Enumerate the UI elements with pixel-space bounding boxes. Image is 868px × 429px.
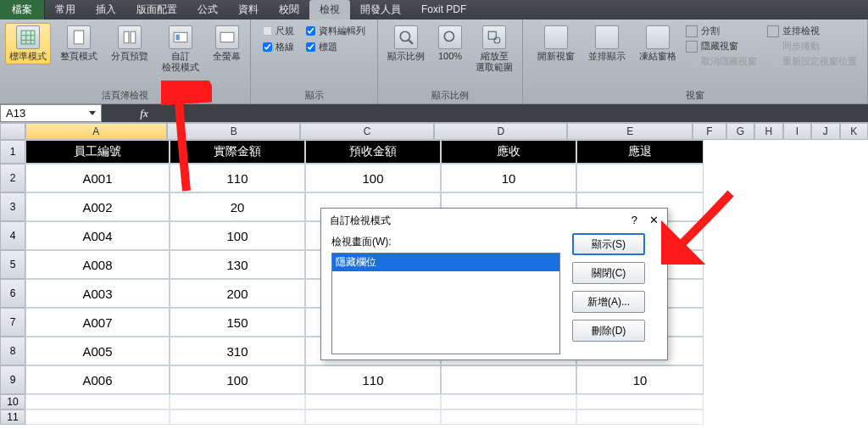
show-button[interactable]: 顯示(S) (572, 233, 645, 255)
cell[interactable]: 110 (305, 365, 441, 394)
zoom-selection-button[interactable]: 縮放至 選取範圍 (471, 23, 517, 75)
chevron-down-icon[interactable] (89, 111, 96, 115)
cell[interactable]: 200 (170, 279, 305, 308)
dialog-close-button[interactable]: ✕ (649, 214, 659, 228)
normal-view-button[interactable]: 標準模式 (5, 23, 51, 64)
formula-input[interactable] (186, 104, 868, 122)
col-header-D[interactable]: D (434, 123, 568, 140)
views-listbox[interactable]: 隱藏欄位 (331, 253, 560, 354)
custom-views-button[interactable]: 自訂 檢視模式 (158, 23, 203, 75)
cell[interactable]: 110 (170, 164, 305, 192)
cell[interactable]: 150 (170, 308, 305, 337)
col-header-J[interactable]: J (811, 123, 840, 140)
cell[interactable]: 100 (170, 221, 305, 250)
cell[interactable] (170, 394, 305, 410)
col-header-I[interactable]: I (783, 123, 812, 140)
cell[interactable]: 10 (576, 365, 704, 394)
arrange-all-button[interactable]: 並排顯示 (584, 23, 630, 64)
zoom-100-button[interactable]: 100% (434, 23, 466, 64)
col-header-F[interactable]: F (693, 123, 726, 140)
cell[interactable] (576, 164, 704, 192)
col-header-B[interactable]: B (167, 123, 301, 140)
row-header-11[interactable]: 11 (0, 410, 25, 425)
hide-window-button[interactable]: 隱藏視窗 (686, 40, 757, 53)
cell[interactable]: A007 (25, 308, 170, 337)
col-header-G[interactable]: G (726, 123, 755, 140)
tab-insert[interactable]: 插入 (86, 0, 126, 20)
cell[interactable]: 130 (170, 250, 305, 279)
cell[interactable]: A002 (25, 192, 170, 221)
name-box[interactable]: A13 (0, 104, 102, 122)
row-header-9[interactable]: 9 (0, 365, 25, 394)
page-break-button[interactable]: 分頁預覽 (107, 23, 153, 64)
cell[interactable] (441, 410, 576, 425)
unhide-window-button[interactable]: 取消隱藏視窗 (686, 55, 757, 68)
side-by-side-button[interactable]: 並排檢視 (767, 25, 857, 37)
gridlines-checkbox[interactable]: 格線 (263, 41, 294, 53)
headings-checkbox[interactable]: 標題 (306, 41, 337, 53)
col-header-A[interactable]: A (25, 123, 167, 140)
fullscreen-button[interactable]: 全螢幕 (209, 23, 245, 64)
cell[interactable] (576, 410, 704, 425)
tab-data[interactable]: 資料 (228, 0, 269, 20)
tab-pagelayout[interactable]: 版面配置 (126, 0, 187, 20)
zoom-button[interactable]: 顯示比例 (383, 23, 429, 64)
col-header-E[interactable]: E (567, 123, 693, 140)
tab-review[interactable]: 校閱 (269, 0, 309, 20)
row-header-5[interactable]: 5 (0, 250, 25, 279)
row-header-2[interactable]: 2 (0, 164, 25, 192)
cell[interactable]: A005 (25, 337, 170, 365)
col-header-H[interactable]: H (754, 123, 783, 140)
cell[interactable]: A008 (25, 250, 170, 279)
cell[interactable] (576, 394, 704, 410)
formulabar-checkbox[interactable]: 資料編輯列 (306, 25, 365, 37)
cell[interactable] (441, 365, 576, 394)
cell[interactable]: A003 (25, 279, 170, 308)
select-all-corner[interactable] (0, 123, 25, 140)
tab-view[interactable]: 檢視 (309, 0, 350, 20)
cell[interactable] (441, 394, 576, 410)
cell[interactable] (305, 410, 441, 425)
row-header-4[interactable]: 4 (0, 221, 25, 250)
col-header-K[interactable]: K (840, 123, 868, 140)
cell[interactable]: 310 (170, 337, 305, 365)
tab-foxitpdf[interactable]: Foxit PDF (411, 0, 476, 20)
close-button[interactable]: 關閉(C) (572, 262, 645, 284)
row-header-7[interactable]: 7 (0, 308, 25, 337)
cell[interactable]: A001 (25, 164, 170, 192)
col-header-C[interactable]: C (300, 123, 434, 140)
cell[interactable] (25, 394, 170, 410)
reset-pos-label: 重新設定視窗位置 (782, 55, 857, 68)
add-button[interactable]: 新增(A)... (572, 291, 645, 313)
row-header-6[interactable]: 6 (0, 279, 25, 308)
reset-window-pos-button[interactable]: 重新設定視窗位置 (767, 55, 857, 68)
freeze-panes-button[interactable]: 凍結窗格 (635, 23, 681, 64)
dialog-help-button[interactable]: ? (632, 214, 637, 228)
cell[interactable] (25, 410, 170, 425)
cell[interactable] (305, 394, 441, 410)
row-header-1[interactable]: 1 (0, 140, 25, 164)
cell[interactable]: 20 (170, 192, 305, 221)
group-window: 開新視窗 並排顯示 凍結窗格 分割 隱藏視窗 取消隱藏視窗 並排檢視 同步捲動 … (523, 20, 868, 103)
file-tab[interactable]: 檔案 (0, 0, 45, 20)
row-header-8[interactable]: 8 (0, 337, 25, 365)
list-item[interactable]: 隱藏欄位 (332, 254, 559, 271)
cell[interactable]: 100 (170, 365, 305, 394)
split-button[interactable]: 分割 (686, 25, 757, 37)
new-window-button[interactable]: 開新視窗 (533, 23, 579, 64)
cell[interactable]: A006 (25, 365, 170, 394)
ruler-checkbox[interactable]: 尺規 (263, 25, 294, 37)
cell[interactable]: 10 (441, 164, 576, 192)
fx-label[interactable]: fx (102, 104, 186, 122)
sync-scroll-button[interactable]: 同步捲動 (767, 40, 857, 53)
tab-formulas[interactable]: 公式 (187, 0, 228, 20)
cell[interactable]: A004 (25, 221, 170, 250)
page-layout-button[interactable]: 整頁模式 (56, 23, 102, 64)
row-header-3[interactable]: 3 (0, 192, 25, 221)
tab-home[interactable]: 常用 (45, 0, 86, 20)
tab-developer[interactable]: 開發人員 (350, 0, 411, 20)
cell[interactable] (170, 410, 305, 425)
cell[interactable]: 100 (305, 164, 441, 192)
row-header-10[interactable]: 10 (0, 394, 25, 410)
delete-button[interactable]: 刪除(D) (572, 320, 645, 342)
